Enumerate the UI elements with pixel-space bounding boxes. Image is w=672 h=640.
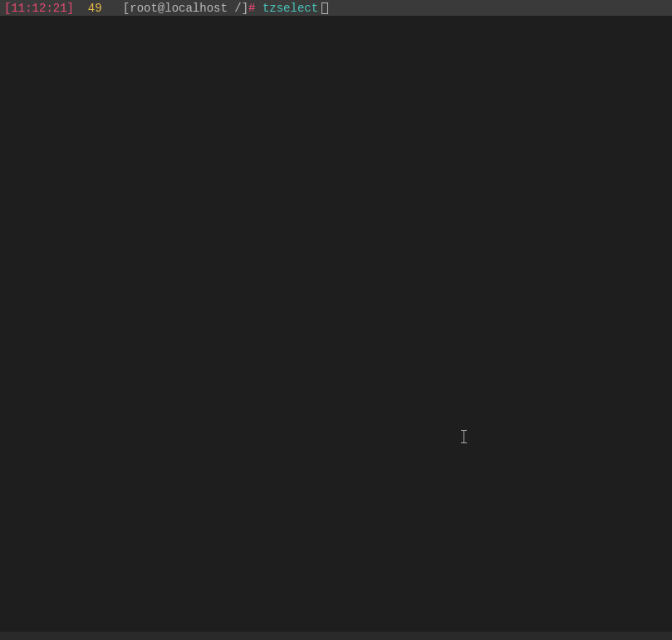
timestamp: [11:12:21]	[4, 2, 74, 15]
prompt-hash: #	[248, 2, 255, 15]
terminal-body[interactable]	[0, 16, 672, 632]
cursor-block-icon	[321, 2, 328, 14]
text-cursor-icon	[464, 430, 464, 443]
prompt-line: [11:12:21] 49 [root@localhost /]# tzsele…	[0, 0, 672, 16]
history-number: 49	[88, 2, 102, 15]
user-host-path: [root@localhost /]	[123, 2, 248, 15]
terminal-container[interactable]: [11:12:21] 49 [root@localhost /]# tzsele…	[0, 0, 672, 640]
command-text: tzselect	[262, 2, 318, 15]
bottom-bar	[0, 632, 672, 640]
